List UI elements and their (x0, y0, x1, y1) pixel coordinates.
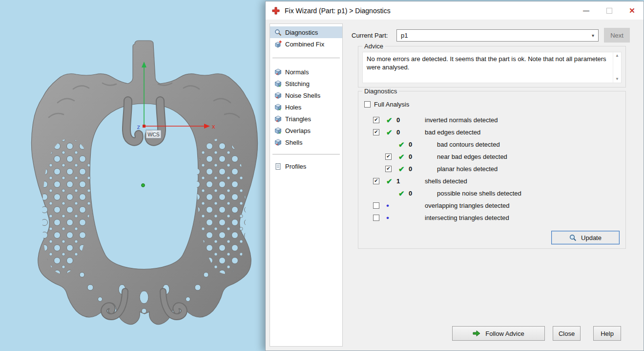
cube-icon (274, 127, 282, 134)
diagnostic-row-intersecting-triangles: • intersecting triangles detected (362, 212, 622, 224)
follow-advice-label: Follow Advice (485, 330, 524, 337)
row-label: shells detected (425, 177, 467, 185)
diagnostics-rows: ✔ 0 inverted normals detected ✔ 0 bad ed… (362, 114, 622, 224)
check-icon: ✔ (398, 189, 409, 198)
wcs-label: WCS (147, 132, 160, 137)
sidebar-separator (272, 154, 340, 154)
sidebar-item-overlaps[interactable]: Overlaps (270, 125, 342, 136)
fix-wizard-dialog: Fix Wizard (Part: p1) > Diagnostics — ✕ … (265, 1, 644, 351)
row-checkbox[interactable] (373, 202, 379, 209)
check-icon: ✔ (398, 153, 409, 161)
cube-icon (274, 115, 282, 123)
sidebar-item-profiles[interactable]: Profiles (270, 160, 342, 172)
row-count: 0 (396, 129, 425, 136)
row-checkbox[interactable] (385, 154, 392, 160)
sidebar-item-normals[interactable]: Normals (270, 66, 342, 78)
scroll-down-button[interactable]: ▼ (615, 77, 619, 81)
row-label: bad contours detected (437, 141, 500, 148)
fix-wizard-icon (271, 6, 280, 15)
dot-icon: • (386, 214, 396, 222)
diagnostic-row-overlapping-triangles: • overlapping triangles detected (362, 199, 622, 212)
diagnostics-group: Diagnostics Full Analysis ✔ 0 inverted n… (358, 88, 626, 249)
sidebar-item-combined-fix[interactable]: Combined Fix (270, 38, 342, 50)
dialog-body: Diagnostics Combined Fix Normals Stitc (266, 20, 644, 351)
sidebar-item-label: Normals (285, 68, 309, 76)
document-icon (274, 163, 282, 170)
diagnostic-row-near-bad-edges: ✔ 0 near bad edges detected (362, 151, 622, 163)
sidebar-item-label: Triangles (285, 115, 311, 123)
checkbox-slot (373, 202, 386, 209)
full-analysis-checkbox[interactable] (364, 101, 371, 108)
advice-text: No more errors are detected. It seems th… (363, 52, 613, 83)
current-part-dropdown[interactable]: p1 ▾ (396, 29, 599, 42)
diagnostic-row-planar-holes: ✔ 0 planar holes detected (362, 163, 622, 175)
axis-origin (143, 125, 145, 128)
update-button[interactable]: Update (551, 231, 620, 244)
dialog-titlebar[interactable]: Fix Wizard (Part: p1) > Diagnostics — ✕ (266, 1, 644, 20)
row-count: 0 (409, 153, 437, 160)
cube-icon (274, 139, 282, 146)
advice-scrollbar[interactable]: ▲ ▼ (613, 52, 621, 83)
sidebar-item-triangles[interactable]: Triangles (270, 113, 342, 125)
row-count: 0 (409, 165, 437, 173)
sidebar-item-holes[interactable]: Holes (270, 101, 342, 113)
sidebar-item-diagnostics[interactable]: Diagnostics (270, 26, 342, 38)
row-label: intersecting triangles detected (425, 214, 509, 221)
current-part-value: p1 (401, 32, 408, 39)
green-arrow-icon (473, 330, 480, 337)
combined-fix-icon (274, 41, 282, 48)
sidebar-item-label: Overlaps (285, 127, 311, 134)
row-checkbox[interactable] (385, 166, 392, 172)
row-label: overlapping triangles detected (425, 202, 509, 209)
row-checkbox[interactable] (373, 178, 379, 184)
follow-advice-button[interactable]: Follow Advice (452, 326, 545, 341)
row-checkbox[interactable] (373, 117, 379, 123)
close-dialog-button[interactable]: Close (553, 326, 581, 341)
diagnostic-row-inverted-normals: ✔ 0 inverted normals detected (362, 114, 622, 126)
cube-icon (274, 80, 282, 88)
close-window-button[interactable]: ✕ (621, 1, 644, 20)
3d-scene: x z WCS (0, 0, 266, 351)
checkbox-slot (373, 215, 386, 221)
row-checkbox[interactable] (373, 215, 379, 221)
chevron-down-icon: ▾ (592, 33, 594, 38)
wizard-main-panel: Current Part: p1 ▾ Next Advice No more e… (343, 23, 640, 347)
wizard-sidebar: Diagnostics Combined Fix Normals Stitc (270, 23, 343, 347)
diagnostic-row-bad-contours: ✔ 0 bad contours detected (362, 138, 622, 151)
dialog-footer: Follow Advice Close Help (352, 326, 630, 341)
diagnostic-row-shells: ✔ 1 shells detected (362, 175, 622, 187)
advice-box: No more errors are detected. It seems th… (362, 52, 622, 83)
scroll-up-button[interactable]: ▲ (615, 54, 619, 58)
diagnostics-icon (274, 29, 282, 36)
sidebar-item-label: Holes (285, 104, 301, 111)
sidebar-item-label: Shells (285, 139, 302, 146)
cube-icon (274, 68, 282, 76)
minimize-button[interactable]: — (575, 1, 598, 20)
magnifier-icon (569, 234, 577, 241)
cube-icon (274, 104, 282, 111)
checkbox-slot (385, 166, 398, 172)
sidebar-item-stitching[interactable]: Stitching (270, 78, 342, 89)
maximize-button[interactable] (598, 1, 621, 20)
row-checkbox[interactable] (373, 129, 379, 135)
cube-icon (274, 92, 282, 99)
part-model (31, 41, 257, 325)
help-button[interactable]: Help (593, 326, 621, 341)
window-controls: — ✕ (575, 1, 644, 20)
sidebar-item-shells[interactable]: Shells (270, 136, 342, 148)
diagnostics-group-title: Diagnostics (362, 88, 399, 95)
diagnostic-row-possible-noise-shells: ✔ 0 possible noise shells detected (362, 187, 622, 199)
row-label: possible noise shells detected (437, 190, 521, 197)
check-icon: ✔ (386, 116, 396, 125)
next-button[interactable]: Next (604, 28, 630, 43)
row-count: 1 (396, 177, 425, 185)
advice-group: Advice No more errors are detected. It s… (358, 43, 626, 88)
update-button-label: Update (581, 234, 602, 241)
full-analysis-label: Full Analysis (374, 101, 409, 108)
3d-viewport[interactable]: x z WCS (0, 0, 266, 351)
row-count: 0 (409, 141, 437, 148)
dialog-title: Fix Wizard (Part: p1) > Diagnostics (285, 7, 391, 15)
maximize-icon (606, 8, 612, 14)
sidebar-item-noise-shells[interactable]: Noise Shells (270, 89, 342, 101)
row-label: planar holes detected (437, 165, 498, 173)
